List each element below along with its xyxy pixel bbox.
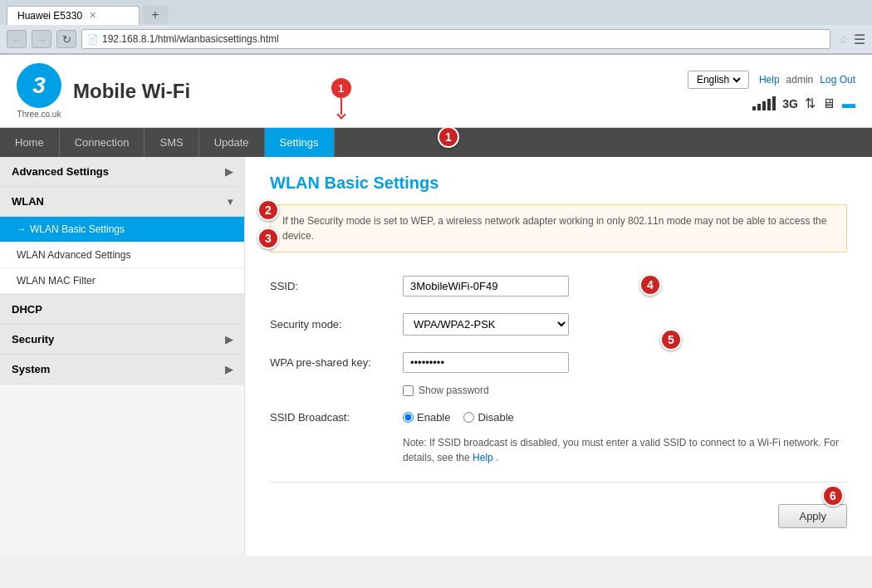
page-header: 3 Three.co.uk Mobile Wi-Fi English Help …: [0, 55, 872, 128]
sidebar-wlan-mac-label: WLAN MAC Filter: [17, 275, 96, 287]
sidebar-dhcp-label: DHCP: [12, 303, 42, 316]
ssid-broadcast-enable[interactable]: Enable: [403, 411, 450, 424]
page-title: WLAN Basic Settings: [270, 174, 847, 193]
sidebar-wlan-basic-arrow: →: [17, 223, 27, 235]
sidebar-wlan-basic-label: WLAN Basic Settings: [30, 223, 125, 235]
nav-settings[interactable]: Settings: [265, 128, 335, 157]
signal-bar-5: [772, 96, 776, 110]
language-dropdown[interactable]: English: [693, 73, 743, 86]
show-password-label[interactable]: Show password: [419, 385, 489, 396]
signal-bars: [752, 96, 776, 110]
divider: [270, 482, 847, 483]
main-layout: Advanced Settings ▶ WLAN ▾ → WLAN Basic …: [0, 157, 872, 556]
warning-message: If the Security mode is set to WEP, a wi…: [270, 204, 847, 252]
menu-icon[interactable]: ☰: [854, 32, 865, 47]
annotation-circle-1: 1: [331, 78, 351, 98]
address-bar[interactable]: 📄 192.168.8.1/html/wlanbasicsettings.htm…: [81, 29, 830, 49]
sidebar-system-arrow: ▶: [225, 364, 233, 375]
tab-close-button[interactable]: ✕: [89, 10, 96, 21]
sidebar-item-wlan-basic[interactable]: → WLAN Basic Settings: [0, 217, 244, 243]
sidebar-section-wlan: WLAN ▾ → WLAN Basic Settings WLAN Advanc…: [0, 187, 244, 295]
data-transfer-icon: ⇅: [805, 96, 816, 111]
warning-text: If the Security mode is set to WEP, a wi…: [282, 215, 826, 242]
nav-sms[interactable]: SMS: [145, 128, 198, 157]
sidebar-dhcp[interactable]: DHCP: [0, 295, 244, 324]
new-tab-button[interactable]: +: [143, 5, 168, 25]
security-mode-select[interactable]: None WEP WPA/WPA2-PSK: [403, 313, 569, 336]
nav-sms-label: SMS: [159, 136, 183, 149]
sidebar-wlan-advanced-label: WLAN Advanced Settings: [17, 249, 130, 261]
show-password-row: Show password: [403, 385, 847, 396]
logo-number: 3: [32, 72, 46, 99]
signal-bar-2: [757, 104, 761, 110]
logo-circle: 3: [17, 63, 61, 108]
tab-bar: Huawei E5330 ✕ +: [0, 0, 872, 25]
wpa-key-label: WPA pre-shared key:: [270, 356, 403, 369]
sidebar-advanced-settings[interactable]: Advanced Settings ▶: [0, 157, 244, 186]
nav-home-label: Home: [15, 136, 44, 149]
admin-label: admin: [786, 74, 814, 86]
signal-bar-3: [762, 101, 766, 110]
logo-text: Three.co.uk: [17, 110, 61, 119]
sidebar-section-dhcp: DHCP: [0, 295, 244, 325]
page: 3 Three.co.uk Mobile Wi-Fi English Help …: [0, 55, 872, 556]
sidebar-advanced-settings-label: Advanced Settings: [12, 165, 109, 178]
nav-home[interactable]: Home: [0, 128, 60, 157]
sidebar-wlan-submenu: → WLAN Basic Settings WLAN Advanced Sett…: [0, 217, 244, 294]
ssid-input[interactable]: [403, 276, 569, 296]
wpa-key-field: [403, 352, 847, 373]
ssid-broadcast-disable-radio[interactable]: [463, 412, 474, 423]
network-type: 3G: [782, 97, 798, 110]
browser-chrome: Huawei E5330 ✕ + ← → ↻ 📄 192.168.8.1/htm…: [0, 0, 872, 55]
ssid-broadcast-disable[interactable]: Disable: [463, 411, 513, 424]
sidebar-security[interactable]: Security ▶: [0, 325, 244, 354]
ssid-note-end: .: [496, 452, 498, 463]
ssid-note-text: Note: If SSID broadcast is disabled, you…: [403, 437, 839, 463]
sidebar-item-wlan-mac[interactable]: WLAN MAC Filter: [0, 268, 244, 294]
nav-update[interactable]: Update: [199, 128, 265, 157]
nav-connection[interactable]: Connection: [60, 128, 145, 157]
sidebar-security-arrow: ▶: [225, 334, 233, 345]
logout-link[interactable]: Log Out: [820, 74, 855, 86]
ssid-note-help-link[interactable]: Help: [473, 452, 493, 463]
ssid-field: [403, 276, 847, 296]
help-link[interactable]: Help: [759, 74, 780, 86]
forward-button[interactable]: →: [32, 30, 51, 48]
header-top-right: English Help admin Log Out: [688, 71, 855, 89]
ssid-broadcast-enable-label: Enable: [417, 411, 450, 424]
header-right: English Help admin Log Out 3G: [688, 71, 855, 111]
signal-bar-1: [752, 106, 756, 110]
nav-settings-label: Settings: [280, 136, 319, 149]
ssid-note: Note: If SSID broadcast is disabled, you…: [403, 435, 847, 465]
annotation-1: 1: [331, 78, 351, 118]
ssid-label: SSID:: [270, 280, 403, 292]
tab-title: Huawei E5330: [17, 10, 82, 22]
sidebar-wlan-arrow: ▾: [228, 196, 233, 208]
bookmark-icon[interactable]: ☆: [839, 33, 849, 46]
nav-update-label: Update: [214, 136, 249, 149]
show-password-checkbox[interactable]: [403, 385, 414, 396]
header-left: 3 Three.co.uk Mobile Wi-Fi: [17, 63, 190, 119]
sidebar-item-wlan-advanced[interactable]: WLAN Advanced Settings: [0, 243, 244, 268]
sidebar-system[interactable]: System ▶: [0, 355, 244, 384]
sidebar-system-label: System: [12, 363, 50, 375]
wpa-key-input[interactable]: [403, 352, 569, 373]
sidebar-security-label: Security: [12, 333, 54, 345]
annotation-arrow-1: [336, 110, 345, 119]
language-selector[interactable]: English: [688, 71, 749, 89]
nav-connection-label: Connection: [75, 136, 130, 149]
sidebar-wlan-header[interactable]: WLAN ▾: [0, 187, 244, 217]
back-button[interactable]: ←: [7, 30, 27, 48]
content-area: WLAN Basic Settings If the Security mode…: [245, 157, 872, 556]
ssid-broadcast-enable-radio[interactable]: [403, 412, 414, 423]
reload-button[interactable]: ↻: [56, 30, 76, 48]
active-tab[interactable]: Huawei E5330 ✕: [7, 6, 140, 25]
address-bar-row: ← → ↻ 📄 192.168.8.1/html/wlanbasicsettin…: [0, 25, 872, 54]
sidebar-advanced-arrow: ▶: [225, 166, 233, 178]
header-links: Help admin Log Out: [759, 74, 855, 86]
security-mode-label: Security mode:: [270, 318, 403, 331]
apply-button[interactable]: Apply: [778, 504, 847, 528]
ssid-row: SSID:: [270, 267, 847, 305]
brand-title: Mobile Wi-Fi: [73, 80, 190, 103]
sidebar: Advanced Settings ▶ WLAN ▾ → WLAN Basic …: [0, 157, 245, 556]
